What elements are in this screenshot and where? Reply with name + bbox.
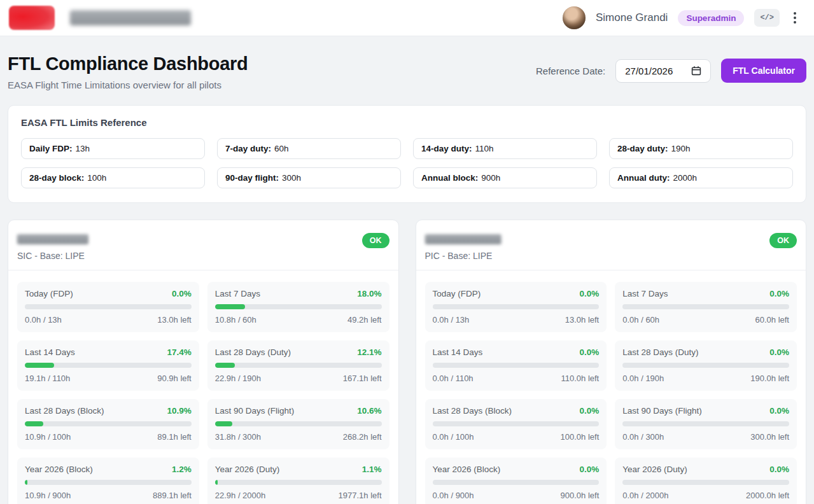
metric-bottom: 10.9h / 900h889.1h left [25, 491, 192, 500]
metric-label: Last 28 Days (Duty) [215, 347, 291, 357]
limit-value: 13h [76, 144, 90, 153]
metric-tile: Last 90 Days (Flight)10.6%31.8h / 300h26… [207, 399, 389, 449]
pilots-row: SIC - Base: LIPEOKToday (FDP)0.0%0.0h / … [8, 220, 806, 504]
metric-bottom: 10.8h / 60h49.2h left [215, 315, 382, 325]
progress-fill [215, 304, 245, 309]
limit-label: 28-day block: [29, 173, 84, 183]
metric-tile: Last 14 Days17.4%19.1h / 110h90.9h left [17, 340, 199, 391]
limit-label: 28-day duty: [617, 144, 668, 153]
kebab-menu-icon[interactable] [790, 10, 800, 26]
pilot-identity: SIC - Base: LIPE [17, 232, 88, 261]
metric-top: Last 28 Days (Duty)12.1% [215, 347, 382, 357]
metric-left: 300.0h left [750, 432, 789, 442]
metric-percent: 12.1% [357, 347, 381, 357]
pilot-card: SIC - Base: LIPEOKToday (FDP)0.0%0.0h / … [8, 220, 399, 504]
progress-fill [215, 480, 218, 485]
metric-used: 10.8h / 60h [215, 315, 256, 325]
metric-left: 2000.0h left [746, 491, 789, 500]
app-header: Simone Grandi Superadmin </> [0, 0, 814, 36]
metric-label: Today (FDP) [25, 289, 73, 298]
pilot-identity: PIC - Base: LIPE [425, 232, 502, 261]
metric-percent: 1.1% [362, 465, 382, 474]
limit-value: 110h [475, 144, 494, 153]
easa-limits-card: EASA FTL Limits Reference Daily FDP:13h7… [8, 105, 806, 203]
metric-used: 10.9h / 100h [25, 432, 71, 442]
metric-used: 0.0h / 190h [622, 374, 664, 383]
metric-bottom: 0.0h / 900h900.0h left [433, 491, 600, 500]
limit-value: 190h [671, 144, 691, 153]
metric-bottom: 0.0h / 100h100.0h left [433, 432, 600, 442]
metric-left: 190.0h left [750, 374, 789, 383]
company-logo [9, 6, 55, 30]
user-avatar[interactable] [563, 6, 586, 29]
metric-tile: Today (FDP)0.0%0.0h / 13h13.0h left [425, 282, 607, 332]
limit-box: 7-day duty:60h [217, 138, 401, 159]
metric-top: Last 28 Days (Block)10.9% [25, 406, 192, 416]
status-badge: OK [769, 233, 797, 248]
metric-label: Year 2026 (Duty) [215, 465, 280, 474]
reference-date-input[interactable] [625, 66, 684, 76]
progress-fill [25, 363, 54, 368]
metric-percent: 10.6% [357, 406, 381, 416]
metric-bottom: 22.9h / 190h167.1h left [215, 374, 382, 383]
metric-left: 100.0h left [561, 432, 600, 442]
metric-percent: 0.0% [769, 406, 789, 416]
limit-value: 300h [282, 173, 301, 183]
metric-percent: 0.0% [579, 406, 599, 416]
metric-left: 268.2h left [343, 432, 382, 442]
progress-fill [25, 421, 43, 426]
pilot-name-redacted [425, 234, 502, 244]
metric-top: Last 90 Days (Flight)10.6% [215, 406, 382, 416]
metric-tile: Year 2026 (Duty)1.1%22.9h / 2000h1977.1h… [207, 458, 389, 504]
limits-title: EASA FTL Limits Reference [21, 117, 793, 128]
metric-left: 90.9h left [157, 374, 192, 383]
limit-box: Annual block:900h [413, 167, 597, 188]
metric-label: Last 14 Days [433, 347, 483, 357]
metric-label: Last 28 Days (Block) [25, 406, 104, 416]
pilot-subtitle: PIC - Base: LIPE [425, 251, 502, 261]
metric-tile: Last 14 Days0.0%0.0h / 110h110.0h left [425, 340, 607, 391]
metric-tile: Last 28 Days (Block)0.0%0.0h / 100h100.0… [425, 399, 607, 449]
metric-tile: Last 90 Days (Flight)0.0%0.0h / 300h300.… [615, 399, 797, 449]
pilot-subtitle: SIC - Base: LIPE [17, 251, 88, 261]
limit-label: Annual block: [421, 173, 478, 183]
metric-top: Today (FDP)0.0% [433, 289, 600, 298]
progress-track [215, 304, 382, 309]
limit-box: 28-day duty:190h [609, 138, 793, 159]
pilot-card-header: PIC - Base: LIPEOK [416, 220, 806, 270]
metric-percent: 18.0% [357, 289, 381, 298]
limit-box: 14-day duty:110h [413, 138, 597, 159]
limits-grid: Daily FDP:13h7-day duty:60h14-day duty:1… [21, 138, 793, 188]
progress-track [433, 480, 600, 485]
metric-used: 0.0h / 60h [622, 315, 659, 325]
company-name-redacted [70, 10, 191, 25]
metric-used: 10.9h / 900h [25, 491, 71, 500]
metric-label: Year 2026 (Block) [433, 465, 501, 474]
metric-bottom: 10.9h / 100h89.1h left [25, 432, 192, 442]
metric-label: Last 90 Days (Flight) [622, 406, 702, 416]
metric-percent: 0.0% [579, 465, 599, 474]
metric-top: Last 7 Days18.0% [215, 289, 382, 298]
metric-tile: Year 2026 (Duty)0.0%0.0h / 2000h2000.0h … [615, 458, 797, 504]
ftl-calculator-button[interactable]: FTL Calculator [721, 59, 806, 83]
metric-bottom: 0.0h / 190h190.0h left [622, 374, 789, 383]
metric-left: 167.1h left [343, 374, 382, 383]
limit-label: 7-day duty: [225, 144, 271, 153]
limit-box: Annual duty:2000h [609, 167, 793, 188]
limit-box: Daily FDP:13h [21, 138, 205, 159]
metric-left: 60.0h left [755, 315, 790, 325]
metric-percent: 1.2% [172, 465, 192, 474]
metric-top: Last 14 Days17.4% [25, 347, 192, 357]
limit-label: 90-day flight: [225, 173, 279, 183]
metric-tile: Last 28 Days (Duty)0.0%0.0h / 190h190.0h… [615, 340, 797, 391]
metric-used: 0.0h / 300h [622, 432, 664, 442]
code-icon[interactable]: </> [754, 9, 780, 27]
progress-track [25, 304, 192, 309]
progress-track [215, 421, 382, 426]
metric-label: Last 28 Days (Block) [433, 406, 512, 416]
metric-bottom: 19.1h / 110h90.9h left [25, 374, 192, 383]
calendar-icon[interactable] [691, 66, 701, 76]
reference-date-input-box[interactable] [615, 59, 711, 83]
limit-value: 900h [481, 173, 500, 183]
metric-left: 13.0h left [565, 315, 600, 325]
